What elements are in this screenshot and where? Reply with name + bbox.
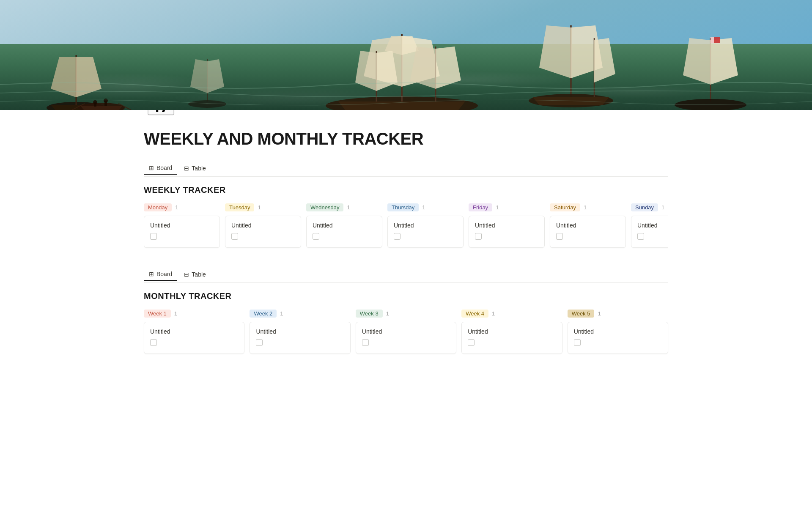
monthly-card-week4[interactable]: Untitled xyxy=(461,322,562,354)
tab-table[interactable]: ⊟Table xyxy=(179,162,211,174)
column-count-tuesday: 1 xyxy=(258,204,261,211)
ships-decoration xyxy=(0,0,812,110)
monthly-column-header-week3: Week 31 xyxy=(356,310,456,318)
monthly-tag-week4[interactable]: Week 4 xyxy=(461,310,488,318)
column-tag-thursday[interactable]: Thursday xyxy=(387,203,419,211)
tab-board[interactable]: ⊞Board xyxy=(144,162,177,175)
column-count-sunday: 1 xyxy=(661,204,664,211)
monthly-view-tabs: ⊞Board⊟Table xyxy=(144,268,668,283)
weekly-board-columns: Monday1UntitledTuesday1UntitledWednesday… xyxy=(144,203,668,251)
monthly-count-week2: 1 xyxy=(280,310,283,317)
column-header-saturday: Saturday1 xyxy=(550,203,626,211)
card-checkbox-monday[interactable] xyxy=(150,233,157,240)
card-checkbox-tuesday[interactable] xyxy=(231,233,238,240)
svg-rect-19 xyxy=(104,101,107,106)
monthly-card-title-week3: Untitled xyxy=(362,328,450,335)
monthly-card-title-week2: Untitled xyxy=(256,328,344,335)
column-tag-friday[interactable]: Friday xyxy=(469,203,492,211)
card-sunday[interactable]: Untitled xyxy=(631,216,668,248)
column-wednesday: Wednesday1Untitled xyxy=(306,203,382,251)
card-checkbox-wednesday[interactable] xyxy=(313,233,319,240)
card-checkbox-friday[interactable] xyxy=(475,233,482,240)
column-tag-sunday[interactable]: Sunday xyxy=(631,203,658,211)
monthly-card-checkbox-week4[interactable] xyxy=(468,339,475,346)
card-friday[interactable]: Untitled xyxy=(469,216,545,248)
monthly-section-title: MONTHLY TRACKER xyxy=(144,291,668,301)
monthly-column-week5: Week 51Untitled xyxy=(568,310,668,357)
column-tag-saturday[interactable]: Saturday xyxy=(550,203,580,211)
column-tuesday: Tuesday1Untitled xyxy=(225,203,301,251)
card-title-thursday: Untitled xyxy=(394,222,457,229)
svg-rect-17 xyxy=(94,102,96,107)
monthly-card-checkbox-week5[interactable] xyxy=(574,339,581,346)
monthly-column-week4: Week 41Untitled xyxy=(461,310,562,357)
column-count-wednesday: 1 xyxy=(347,204,350,211)
monthly-card-title-week5: Untitled xyxy=(574,328,662,335)
card-checkbox-sunday[interactable] xyxy=(637,233,644,240)
column-tag-monday[interactable]: Monday xyxy=(144,203,172,211)
page-title: WEEKLY AND MONTHLY TRACKER xyxy=(144,129,668,148)
card-saturday[interactable]: Untitled xyxy=(550,216,626,248)
column-count-saturday: 1 xyxy=(584,204,587,211)
tab-table2[interactable]: ⊟Table xyxy=(179,269,211,280)
cover-image xyxy=(0,0,812,110)
column-count-thursday: 1 xyxy=(422,204,425,211)
card-tuesday[interactable]: Untitled xyxy=(225,216,301,248)
monthly-card-title-week1: Untitled xyxy=(150,328,238,335)
monthly-card-week3[interactable]: Untitled xyxy=(356,322,456,354)
monthly-column-week2: Week 21Untitled xyxy=(250,310,350,357)
monthly-tag-week3[interactable]: Week 3 xyxy=(356,310,383,318)
monthly-card-week2[interactable]: Untitled xyxy=(250,322,350,354)
monthly-column-week3: Week 31Untitled xyxy=(356,310,456,357)
column-count-friday: 1 xyxy=(496,204,499,211)
card-title-saturday: Untitled xyxy=(556,222,620,229)
monthly-count-week1: 1 xyxy=(174,310,177,317)
monthly-tracker-section: ⊞Board⊟Table MONTHLY TRACKER Week 11Unti… xyxy=(144,268,668,357)
monthly-card-checkbox-week2[interactable] xyxy=(256,339,263,346)
board-icon: ⊞ xyxy=(149,164,154,171)
weekly-tracker-section: ⊞Board⊟Table WEEKLY TRACKER Monday1Untit… xyxy=(144,162,668,251)
card-thursday[interactable]: Untitled xyxy=(387,216,464,248)
column-tag-tuesday[interactable]: Tuesday xyxy=(225,203,254,211)
column-sunday: Sunday1Untitled xyxy=(631,203,668,251)
column-count-monday: 1 xyxy=(175,204,178,211)
column-monday: Monday1Untitled xyxy=(144,203,220,251)
card-monday[interactable]: Untitled xyxy=(144,216,220,248)
card-title-tuesday: Untitled xyxy=(231,222,295,229)
monthly-count-week3: 1 xyxy=(386,310,389,317)
monthly-column-header-week5: Week 51 xyxy=(568,310,668,318)
monthly-column-header-week1: Week 11 xyxy=(144,310,244,318)
svg-rect-12 xyxy=(710,37,714,43)
weekly-view-tabs: ⊞Board⊟Table xyxy=(144,162,668,177)
card-title-friday: Untitled xyxy=(475,222,538,229)
column-saturday: Saturday1Untitled xyxy=(550,203,626,251)
monthly-tag-week2[interactable]: Week 2 xyxy=(250,310,277,318)
table2-icon: ⊟ xyxy=(184,271,189,278)
card-wednesday[interactable]: Untitled xyxy=(306,216,382,248)
monthly-tag-week1[interactable]: Week 1 xyxy=(144,310,171,318)
column-tag-wednesday[interactable]: Wednesday xyxy=(306,203,343,211)
tab-label-board: Board xyxy=(156,164,172,171)
column-thursday: Thursday1Untitled xyxy=(387,203,464,251)
monthly-board-columns: Week 11UntitledWeek 21UntitledWeek 31Unt… xyxy=(144,310,668,357)
column-header-wednesday: Wednesday1 xyxy=(306,203,382,211)
column-header-thursday: Thursday1 xyxy=(387,203,464,211)
monthly-count-week4: 1 xyxy=(492,310,495,317)
monthly-card-week5[interactable]: Untitled xyxy=(568,322,668,354)
monthly-card-week1[interactable]: Untitled xyxy=(144,322,244,354)
column-header-sunday: Sunday1 xyxy=(631,203,668,211)
card-title-monday: Untitled xyxy=(150,222,214,229)
monthly-tag-week5[interactable]: Week 5 xyxy=(568,310,595,318)
monthly-column-header-week4: Week 41 xyxy=(461,310,562,318)
monthly-column-header-week2: Week 21 xyxy=(250,310,350,318)
monthly-card-checkbox-week3[interactable] xyxy=(362,339,369,346)
card-checkbox-saturday[interactable] xyxy=(556,233,563,240)
weekly-section-title: WEEKLY TRACKER xyxy=(144,185,668,195)
card-title-sunday: Untitled xyxy=(637,222,668,229)
card-checkbox-thursday[interactable] xyxy=(394,233,401,240)
monthly-card-title-week4: Untitled xyxy=(468,328,556,335)
tab-board2[interactable]: ⊞Board xyxy=(144,268,177,281)
monthly-card-checkbox-week1[interactable] xyxy=(150,339,157,346)
tab-label-table2: Table xyxy=(192,271,206,278)
tab-label-board2: Board xyxy=(156,271,172,277)
